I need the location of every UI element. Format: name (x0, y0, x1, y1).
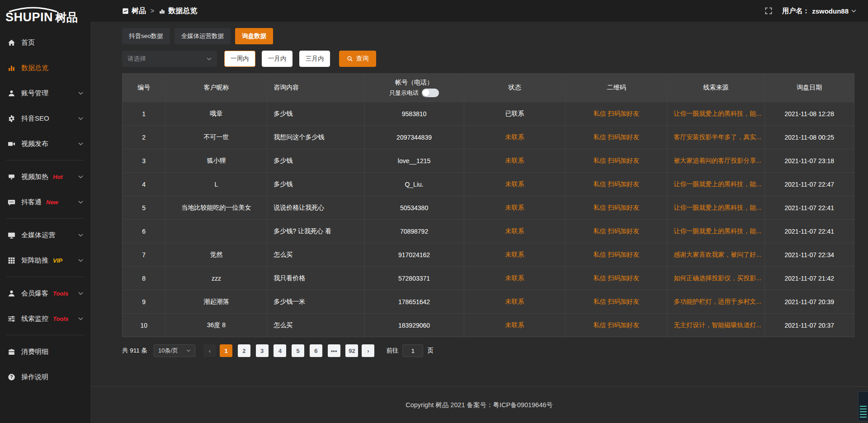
user-menu[interactable]: 用户名：zswodun88 (782, 7, 856, 15)
cell-qrcode-link[interactable]: 私信 扫码加好友 (566, 173, 667, 196)
page-button[interactable]: 6 (310, 344, 322, 357)
sidebar-item-badge: Tools (53, 315, 68, 322)
sidebar-item-label: 全媒体运营 (21, 231, 55, 240)
sidebar-item[interactable]: ? 操作说明 (0, 364, 90, 390)
logo-text-cn: 树品 (55, 11, 78, 24)
cell-qrcode-link[interactable]: 私信 扫码加好友 (566, 314, 667, 337)
page-button[interactable]: 3 (256, 344, 269, 357)
page-button[interactable]: 5 (292, 344, 304, 357)
brand-logo[interactable]: SHUPIN 树品 (0, 0, 90, 25)
cell-source-link[interactable]: 让你一眼就爱上的黑科技，能... (667, 102, 764, 125)
cell-nickname: 狐小狸 (165, 149, 267, 172)
page-button[interactable]: 1 (220, 344, 232, 357)
cell-source-link[interactable]: 被大家追着问的客厅投影分享... (667, 149, 764, 172)
sidebar-item-label: 操作说明 (21, 373, 48, 381)
phone-only-toggle[interactable] (422, 89, 439, 97)
cell-source-link[interactable]: 感谢大家喜欢我家，被问了好... (667, 243, 764, 266)
table-row: 10 36度 8 怎么买 183929060 未联系 私信 扫码加好友 无主灯设… (123, 313, 854, 337)
col-header-nickname: 客户昵称 (165, 74, 267, 102)
sidebar-item[interactable]: 消费明细 (0, 339, 90, 364)
sidebar-item[interactable]: 矩阵助推 VIP (0, 248, 90, 273)
cell-nickname (165, 220, 267, 243)
pagination: 共 911 条 10条/页 ‹ 1 2 (122, 344, 854, 366)
chevron-down-icon (207, 57, 212, 61)
query-button[interactable]: 查询 (339, 51, 376, 67)
cell-qrcode-link[interactable]: 私信 扫码加好友 (566, 267, 667, 290)
sidebar-item-label: 会员爆客 (21, 289, 48, 298)
chart-icon (7, 64, 15, 72)
page-buttons: 1 2 3 4 (216, 344, 358, 357)
cell-qrcode-link[interactable]: 私信 扫码加好友 (566, 126, 667, 149)
sidebar-item[interactable]: 视频加热 Hot (0, 164, 90, 189)
account-select[interactable]: 请选择 (122, 51, 217, 67)
cell-source-link[interactable]: 让你一眼就爱上的黑科技，能... (667, 196, 764, 219)
cell-status: 未联系 (464, 243, 566, 266)
col-header-qrcode: 二维码 (566, 74, 667, 102)
sidebar: SHUPIN 树品 首页 数据总览 (0, 0, 90, 423)
tab[interactable]: 询盘数据 (235, 28, 273, 44)
cell-source-link[interactable]: 让你一眼就爱上的黑科技，能... (667, 220, 764, 243)
sidebar-item[interactable]: 视频发布 (0, 131, 90, 156)
sidebar-item-label: 抖音SEO (21, 114, 49, 123)
cell-status: 未联系 (464, 126, 566, 149)
cell-source-link[interactable]: 多功能护栏灯，适用于乡村文... (667, 290, 764, 313)
chevron-down-icon (78, 317, 83, 320)
cell-qrcode-link[interactable]: 私信 扫码加好友 (566, 220, 667, 243)
page-button[interactable]: 2 (238, 344, 250, 357)
goto-page-input[interactable] (402, 344, 423, 357)
floating-widget[interactable] (858, 391, 868, 421)
sidebar-item[interactable]: 数据总览 (0, 55, 90, 80)
sidebar-item[interactable]: 线索监控 Tools (0, 306, 90, 331)
cell-date: 2021-11-08 00:25 (765, 126, 854, 149)
cell-qrcode-link[interactable]: 私信 扫码加好友 (566, 102, 667, 125)
topbar: 树品 > 数据总览 用户名：zswodun88 (90, 0, 868, 22)
tab[interactable]: 全媒体运营数据 (175, 28, 231, 44)
cell-id: 3 (123, 149, 165, 172)
topbar-right: 用户名：zswodun88 (765, 7, 856, 15)
cell-nickname: 当地比较能吃的一位美女 (165, 196, 267, 219)
sidebar-item-badge: New (46, 199, 58, 206)
inquiry-table: 编号 客户昵称 咨询内容 帐号（电话） 只显示电话 状态 二维码 线索来源 询盘… (122, 73, 854, 337)
tab[interactable]: 抖音seo数据 (122, 28, 170, 44)
member-icon (7, 289, 15, 297)
prev-page-button[interactable]: ‹ (203, 344, 216, 357)
cell-content: 多少钱 (267, 173, 364, 196)
sidebar-item[interactable]: 账号管理 (0, 80, 90, 106)
username-value: zswodun88 (812, 7, 849, 15)
fullscreen-icon[interactable] (765, 7, 772, 14)
sidebar-item[interactable]: 首页 (0, 30, 90, 55)
page-button[interactable]: 4 (274, 344, 286, 357)
sidebar-item[interactable]: 抖音SEO (0, 106, 90, 131)
page-size-select[interactable]: 10条/页 (154, 344, 195, 357)
cell-source-link[interactable]: 让你一眼就爱上的黑科技，能... (667, 173, 764, 196)
username-label: 用户名： (782, 7, 809, 15)
range-button[interactable]: 一周内 (224, 51, 255, 67)
range-button[interactable]: 一月内 (262, 51, 293, 67)
search-icon (347, 56, 353, 62)
chevron-down-icon (78, 292, 83, 295)
sidebar-item[interactable]: 会员爆客 Tools (0, 281, 90, 306)
sidebar-item[interactable]: 抖客通 New (0, 189, 90, 215)
next-page-button[interactable]: › (362, 344, 374, 357)
range-button[interactable]: 三月内 (299, 51, 330, 67)
page-button[interactable]: ••• (328, 344, 340, 357)
cell-source-link[interactable]: 客厅安装投影半年多了，真实... (667, 126, 764, 149)
breadcrumb-current[interactable]: 数据总览 (159, 6, 197, 16)
cell-account: Q_Liu. (365, 173, 464, 196)
col-header-account: 帐号（电话） 只显示电话 (365, 74, 464, 102)
svg-text:?: ? (10, 375, 13, 380)
breadcrumb-home[interactable]: 树品 (122, 6, 146, 16)
cell-qrcode-link[interactable]: 私信 扫码加好友 (566, 243, 667, 266)
page-button[interactable]: 92 (345, 344, 358, 357)
sidebar-item[interactable]: 全媒体运营 (0, 222, 90, 248)
cell-nickname: 不可一世 (165, 126, 267, 149)
cell-account: 9583810 (365, 102, 464, 125)
cell-qrcode-link[interactable]: 私信 扫码加好友 (566, 149, 667, 172)
cell-source-link[interactable]: 如何正确选择投影仪，买投影... (667, 267, 764, 290)
cell-qrcode-link[interactable]: 私信 扫码加好友 (566, 290, 667, 313)
table-body: 1 哦章 多少钱 9583810 已联系 私信 扫码加好友 让你一眼就爱上的黑科… (123, 102, 854, 337)
cell-source-link[interactable]: 无主灯设计，智能磁吸轨道灯... (667, 314, 764, 337)
cell-id: 5 (123, 196, 165, 219)
cell-qrcode-link[interactable]: 私信 扫码加好友 (566, 196, 667, 219)
cell-id: 6 (123, 220, 165, 243)
